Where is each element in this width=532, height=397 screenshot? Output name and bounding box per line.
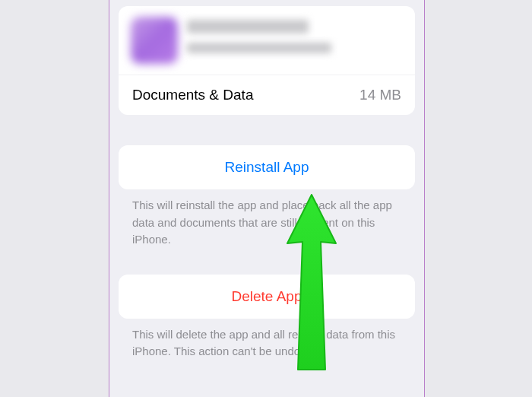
delete-label: Delete App <box>232 288 302 304</box>
reinstall-label: Reinstall App <box>225 159 309 175</box>
documents-data-row[interactable]: Documents & Data 14 MB <box>119 75 415 115</box>
app-info-text <box>187 17 403 53</box>
app-vendor-redacted <box>187 43 331 53</box>
app-summary-card: Documents & Data 14 MB <box>119 6 415 115</box>
app-icon <box>131 17 178 64</box>
delete-app-button[interactable]: Delete App <box>119 275 415 319</box>
reinstall-app-button[interactable]: Reinstall App <box>119 145 415 189</box>
reinstall-caption: This will reinstall the app and place ba… <box>109 189 424 249</box>
documents-data-label: Documents & Data <box>132 87 253 103</box>
delete-caption: This will delete the app and all related… <box>109 319 424 360</box>
app-name-redacted <box>187 20 309 33</box>
app-header-row <box>119 6 415 75</box>
documents-data-size: 14 MB <box>359 87 401 103</box>
iphone-storage-detail-screen: Documents & Data 14 MB Reinstall App Thi… <box>109 0 425 397</box>
